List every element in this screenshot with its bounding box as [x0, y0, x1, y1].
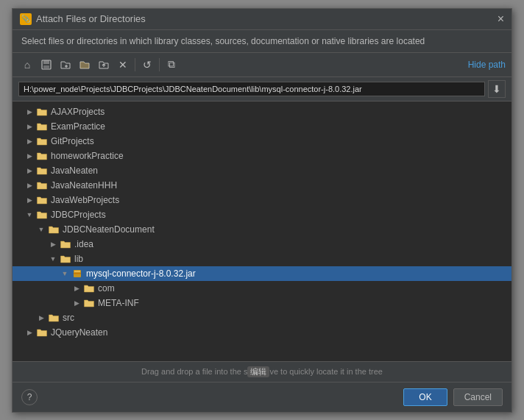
folder-icon: [48, 312, 60, 324]
tree-item-label: META-INF: [98, 298, 139, 308]
folder-icon: [60, 253, 71, 265]
drag-drop-hint: Drag and drop a file into the s编辑ve to q…: [13, 361, 511, 382]
jar-icon: [71, 268, 83, 280]
tree-item[interactable]: ▶ com: [13, 281, 511, 296]
edit-badge: 编辑: [247, 366, 269, 377]
new-folder-button[interactable]: [57, 56, 74, 74]
tree-item[interactable]: ▼ lib: [13, 252, 511, 266]
close-button[interactable]: ×: [498, 13, 504, 25]
separator-1: [135, 58, 135, 71]
svg-rect-2: [43, 65, 49, 68]
hide-path-link[interactable]: Hide path: [468, 60, 506, 70]
expand-icon: ▶: [71, 283, 82, 293]
toolbar: ⌂: [13, 53, 511, 77]
folder-icon: [83, 297, 95, 309]
copy-button[interactable]: ⧉: [163, 56, 180, 74]
help-button[interactable]: ?: [21, 389, 38, 405]
folder-icon: [36, 150, 48, 162]
expand-icon: ▼: [60, 268, 70, 279]
tree-item-label: homeworkPractice: [51, 151, 124, 161]
folder-icon: [60, 238, 71, 250]
tree-item[interactable]: ▶ AJAXProjects: [13, 104, 511, 119]
expand-icon: ▶: [24, 195, 35, 205]
folder2-button[interactable]: [76, 56, 93, 74]
folder-icon: [36, 165, 48, 177]
disk-button[interactable]: [38, 56, 55, 74]
ok-button[interactable]: OK: [403, 388, 447, 406]
tree-item[interactable]: ▼ JDBCProjects: [13, 207, 511, 222]
folder-icon: [36, 194, 48, 206]
tree-item-label: GitProjects: [51, 136, 94, 146]
tree-area[interactable]: ▶ AJAXProjects▶ ExamPractice▶ GitProject…: [13, 102, 511, 361]
delete-button[interactable]: ✕: [114, 56, 132, 74]
tree-item-label: AJAXProjects: [51, 107, 105, 117]
download-button[interactable]: ⬇: [488, 80, 506, 98]
tree-item[interactable]: ▶ JavaWebProjects: [13, 193, 511, 207]
folder-icon: [36, 135, 48, 147]
tree-item[interactable]: ▶ ExamPractice: [13, 119, 511, 134]
up-button[interactable]: [95, 56, 113, 74]
home-button[interactable]: ⌂: [18, 56, 36, 74]
expand-icon: ▶: [24, 165, 35, 176]
drag-hint-text-1: Drag and drop a file into the s: [141, 367, 247, 376]
folder-icon: [36, 209, 48, 221]
description-text: Select files or directories in which lib…: [13, 30, 511, 53]
folder-icon: [48, 224, 60, 235]
separator-2: [159, 58, 160, 71]
folder-icon: [36, 179, 48, 191]
tree-item-label: ExamPractice: [51, 121, 105, 132]
title-bar: 📎 Attach Files or Directories ×: [13, 9, 511, 30]
folder-icon: [36, 106, 48, 118]
svg-rect-1: [43, 60, 49, 64]
tree-item[interactable]: ▶ homeworkPractice: [13, 149, 511, 163]
svg-rect-7: [74, 273, 81, 274]
tree-item-label: JavaNeatenHHH: [51, 180, 117, 191]
cancel-button[interactable]: Cancel: [453, 388, 503, 406]
expand-icon: ▶: [48, 239, 58, 249]
tree-item[interactable]: ▶ .idea: [13, 237, 511, 252]
tree-item[interactable]: ▶ JavaNeatenHHH: [13, 178, 511, 193]
expand-icon: ▶: [24, 121, 35, 132]
folder-icon: [36, 121, 48, 132]
tree-item-label: lib: [74, 254, 83, 264]
tree-item-label: com: [98, 283, 115, 293]
dialog-icon: 📎: [20, 13, 32, 25]
expand-icon: ▶: [24, 151, 35, 161]
tree-item[interactable]: ▼ mysql-connector-j-8.0.32.jar: [13, 266, 511, 281]
tree-item-label: JQueryNeaten: [51, 327, 107, 338]
expand-icon: ▼: [48, 254, 58, 264]
folder-icon: [36, 327, 48, 338]
tree-item[interactable]: ▶ GitProjects: [13, 134, 511, 149]
tree-item-label: JDBCProjects: [51, 210, 106, 220]
tree-item[interactable]: ▶ src: [13, 310, 511, 325]
tree-item-label: JavaWebProjects: [51, 195, 119, 205]
tree-item-label: JDBCNeatenDocument: [63, 224, 155, 235]
expand-icon: ▶: [36, 313, 46, 323]
footer: ? OK Cancel: [13, 382, 511, 412]
expand-icon: ▶: [24, 136, 35, 146]
tree-item[interactable]: ▶ JavaNeaten: [13, 163, 511, 178]
refresh-button[interactable]: ↺: [138, 56, 156, 74]
dialog: 📎 Attach Files or Directories × Select f…: [12, 8, 512, 413]
tree-item[interactable]: ▶ JQueryNeaten: [13, 325, 511, 340]
expand-icon: ▼: [36, 224, 46, 235]
tree-item-label: src: [63, 313, 74, 323]
tree-item-label: mysql-connector-j-8.0.32.jar: [86, 268, 196, 279]
expand-icon: ▶: [24, 327, 35, 338]
expand-icon: ▶: [71, 298, 82, 308]
dialog-title: Attach Files or Directories: [36, 13, 493, 24]
svg-rect-8: [74, 271, 80, 272]
drag-hint-text-2: ve to quickly locate it in the tree: [269, 367, 382, 376]
tree-item-label: .idea: [74, 239, 93, 249]
tree-item[interactable]: ▶ META-INF: [13, 296, 511, 310]
path-bar: ⬇: [13, 77, 511, 102]
folder-icon: [83, 282, 95, 294]
expand-icon: ▶: [24, 107, 35, 117]
tree-item[interactable]: ▼ JDBCNeatenDocument: [13, 222, 511, 237]
tree-item-label: JavaNeaten: [51, 165, 98, 176]
expand-icon: ▼: [24, 210, 35, 220]
path-input[interactable]: [18, 82, 485, 96]
expand-icon: ▶: [24, 180, 35, 191]
